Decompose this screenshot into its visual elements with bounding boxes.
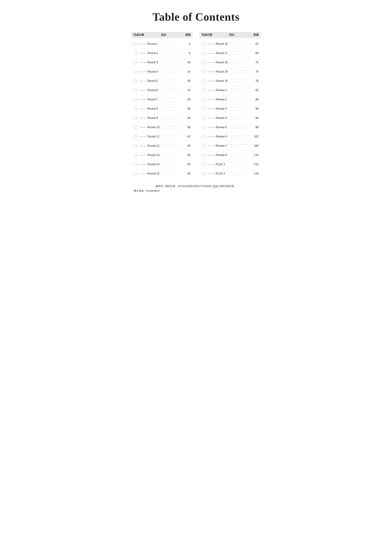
completion-circle[interactable] xyxy=(202,126,205,129)
dots-separator: - - - - - - - - - - - - xyxy=(231,143,249,149)
completion-circle[interactable] xyxy=(133,61,137,64)
completion-circle[interactable] xyxy=(133,116,137,120)
table-row: Round 9- - - - - - - - - - - -34 xyxy=(131,114,192,123)
round-label: Round 20 xyxy=(215,79,229,83)
completion-circle[interactable] xyxy=(133,51,137,55)
page-number: 14 xyxy=(182,70,190,73)
page-number: 114 xyxy=(250,163,259,166)
round-label: Round 7 xyxy=(147,98,161,101)
completion-circle[interactable] xyxy=(133,70,137,73)
completion-circle[interactable] xyxy=(202,42,205,46)
page-number: 22 xyxy=(182,89,190,92)
completion-circle[interactable] xyxy=(202,172,205,175)
right-header-page: 頁碼 xyxy=(250,33,259,37)
toc-right-header: 完成日期 回次 頁碼 xyxy=(200,32,261,38)
completion-circle[interactable] xyxy=(202,163,205,166)
table-row: Round 3- - - - - - - - - - - -10 xyxy=(131,58,192,67)
round-label: Round 14 xyxy=(147,163,161,166)
completion-circle[interactable] xyxy=(133,79,137,83)
right-rows-container: Round 16- - - - - - - - - - - -62Round 1… xyxy=(200,39,261,178)
page-number: 102 xyxy=(250,135,259,138)
completion-circle[interactable] xyxy=(202,98,205,101)
left-header-page: 頁碼 xyxy=(182,33,190,37)
round-label: Round 17 xyxy=(215,52,229,55)
date-line xyxy=(208,137,215,137)
completion-circle[interactable] xyxy=(133,98,137,101)
completion-circle[interactable] xyxy=(133,163,137,166)
dots-separator: - - - - - - - - - - - - xyxy=(231,97,249,102)
completion-circle[interactable] xyxy=(202,61,205,64)
round-label: Review 2 xyxy=(215,98,229,101)
table-row: Round 1- - - - - - - - - - - -2 xyxy=(131,39,192,49)
date-line xyxy=(139,72,146,72)
dots-separator: - - - - - - - - - - - - xyxy=(231,41,249,47)
dots-separator: - - - - - - - - - - - - xyxy=(163,134,181,139)
date-line xyxy=(208,146,215,146)
date-line xyxy=(208,155,215,155)
completion-circle[interactable] xyxy=(202,79,205,83)
page-number: 98 xyxy=(250,126,259,129)
completion-circle[interactable] xyxy=(202,107,205,110)
dots-separator: - - - - - - - - - - - - xyxy=(163,41,181,47)
date-line xyxy=(139,100,146,100)
completion-circle[interactable] xyxy=(133,126,137,129)
dots-separator: - - - - - - - - - - - - xyxy=(163,124,181,130)
completion-circle[interactable] xyxy=(133,42,137,46)
table-row: Review 7- - - - - - - - - - - -106 xyxy=(200,141,261,151)
left-header-date: 完成日期 xyxy=(133,33,146,37)
page-number: 110 xyxy=(250,153,259,157)
page-number: 2 xyxy=(182,42,190,45)
dots-separator: - - - - - - - - - - - - xyxy=(231,162,249,167)
footer-date-ref: 12/31 xyxy=(212,185,219,187)
round-label: PLUS 2 xyxy=(215,172,229,175)
page-number: 90 xyxy=(250,107,259,110)
completion-circle[interactable] xyxy=(133,135,137,138)
completion-circle[interactable] xyxy=(202,116,205,120)
completion-circle[interactable] xyxy=(133,144,137,147)
dots-separator: - - - - - - - - - - - - xyxy=(163,69,181,75)
date-line xyxy=(139,53,146,53)
date-line xyxy=(139,62,146,63)
dots-separator: - - - - - - - - - - - - xyxy=(231,69,249,75)
table-row: Round 13- - - - - - - - - - - -50 xyxy=(131,151,192,160)
date-line xyxy=(208,164,215,165)
completion-circle[interactable] xyxy=(202,51,205,55)
date-line xyxy=(139,137,146,137)
page-number: 54 xyxy=(182,163,190,166)
date-line xyxy=(139,146,146,146)
dots-separator: - - - - - - - - - - - - xyxy=(231,78,249,84)
round-label: Round 5 xyxy=(147,79,161,83)
date-line xyxy=(139,155,146,155)
completion-circle[interactable] xyxy=(202,153,205,157)
table-row: Review 3- - - - - - - - - - - -90 xyxy=(200,104,261,114)
date-line xyxy=(208,100,215,100)
toc-left-header: 完成日期 回次 頁碼 xyxy=(131,32,192,38)
completion-circle[interactable] xyxy=(133,153,137,157)
completion-circle[interactable] xyxy=(133,89,137,92)
dots-separator: - - - - - - - - - - - - xyxy=(163,106,181,112)
page-number: 86 xyxy=(250,98,259,101)
table-row: Round 19- - - - - - - - - - - -74 xyxy=(200,67,261,76)
completion-circle[interactable] xyxy=(133,172,137,175)
completion-circle[interactable] xyxy=(202,135,205,138)
dots-separator: - - - - - - - - - - - - xyxy=(163,115,181,121)
page-number: 118 xyxy=(250,172,259,175)
dots-separator: - - - - - - - - - - - - xyxy=(163,50,181,56)
completion-circle[interactable] xyxy=(202,70,205,73)
dots-separator: - - - - - - - - - - - - xyxy=(231,115,249,121)
page-number: 34 xyxy=(182,116,190,120)
completion-circle[interactable] xyxy=(202,89,205,92)
dots-separator: - - - - - - - - - - - - xyxy=(163,87,181,93)
round-label: Round 1 xyxy=(147,42,161,45)
page-number: 30 xyxy=(182,107,190,110)
table-row: Round 10- - - - - - - - - - - -38 xyxy=(131,123,192,132)
round-label: Review 3 xyxy=(215,107,229,110)
page-number: 62 xyxy=(250,42,259,45)
page-number: 94 xyxy=(250,116,259,120)
completion-circle[interactable] xyxy=(133,107,137,110)
round-label: Round 12 xyxy=(147,144,161,147)
toc-right-column: 完成日期 回次 頁碼 Round 16- - - - - - - - - - -… xyxy=(200,32,261,178)
completion-circle[interactable] xyxy=(202,144,205,147)
round-label: Round 9 xyxy=(147,116,161,120)
date-line xyxy=(208,72,215,72)
